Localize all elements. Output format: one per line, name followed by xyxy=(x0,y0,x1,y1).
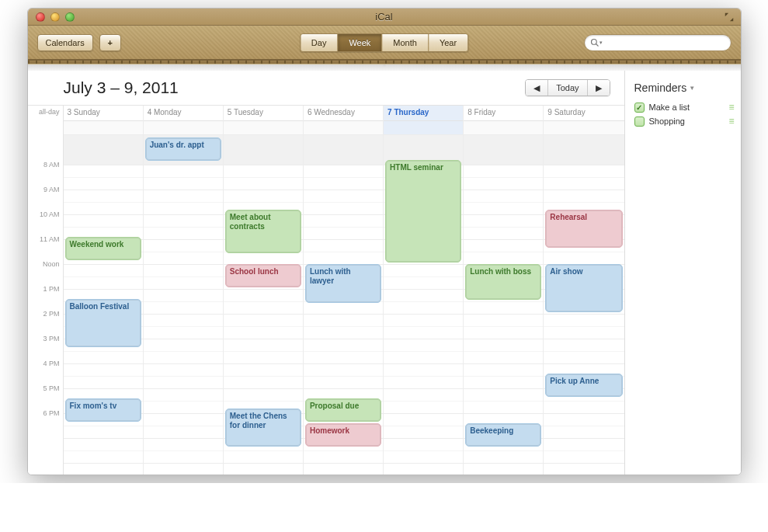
view-week[interactable]: Week xyxy=(338,34,382,51)
view-month[interactable]: Month xyxy=(382,34,429,51)
day-column[interactable]: 9 SaturdayRehearsalAir showPick up Anne xyxy=(544,106,624,475)
search-icon xyxy=(590,38,599,47)
time-label: 9 AM xyxy=(29,186,60,193)
time-label: Noon xyxy=(29,260,60,268)
reminder-item[interactable]: Shopping≡ xyxy=(634,114,733,128)
calendar-event[interactable]: Fix mom's tv xyxy=(65,398,141,422)
time-label: 3 PM xyxy=(29,335,60,342)
calendar-nav: ◀ Today ▶ xyxy=(525,79,610,96)
prev-button[interactable]: ◀ xyxy=(526,80,548,96)
calendars-button[interactable]: Calendars xyxy=(37,34,93,51)
allday-cell[interactable] xyxy=(224,121,303,135)
calendar-event[interactable]: Lunch with lawyer xyxy=(305,264,381,302)
content-area: July 3 – 9, 2011 ◀ Today ▶ all-day 8 AM9… xyxy=(28,71,741,475)
reminder-label: Shopping xyxy=(649,116,686,126)
calendar-event[interactable]: Lunch with boss xyxy=(465,264,541,300)
toolbar: Calendars + Day Week Month Year ▾ xyxy=(28,26,741,60)
calendar-event[interactable]: Homework xyxy=(305,423,381,447)
reminder-item[interactable]: ✓Make a list≡ xyxy=(634,100,733,114)
drag-grip-icon[interactable]: ≡ xyxy=(728,116,732,127)
calendar-event[interactable]: Proposal due xyxy=(305,398,381,422)
search-input[interactable] xyxy=(584,34,732,51)
calendar-event[interactable]: Weekend work xyxy=(65,237,141,260)
time-label: 1 PM xyxy=(29,285,60,293)
search-dropdown-icon[interactable]: ▾ xyxy=(599,40,603,46)
day-header: 9 Saturday xyxy=(544,106,624,121)
today-button[interactable]: Today xyxy=(548,80,587,96)
day-column[interactable]: 7 ThursdayHTML seminar xyxy=(384,106,464,475)
svg-point-0 xyxy=(591,39,596,44)
calendar-event[interactable]: Beekeeping xyxy=(465,423,541,447)
time-label: 2 PM xyxy=(29,310,60,318)
allday-cell[interactable] xyxy=(384,121,463,135)
date-range-label: July 3 – 9, 2011 xyxy=(64,78,179,97)
reminders-title-label: Reminders xyxy=(634,82,687,94)
reminders-list: ✓Make a list≡Shopping≡ xyxy=(634,100,733,128)
allday-cell[interactable] xyxy=(64,121,143,135)
days-container: 3 SundayWeekend workBalloon FestivalFix … xyxy=(64,106,624,475)
off-hours-shade xyxy=(304,135,383,165)
day-header: 5 Tuesday xyxy=(224,106,303,121)
app-window: iCal Calendars + Day Week Month Year ▾ xyxy=(27,8,742,475)
calendar-event[interactable]: School lunch xyxy=(225,264,301,287)
traffic-lights xyxy=(28,12,75,22)
reminders-panel: Reminders ▼ ✓Make a list≡Shopping≡ xyxy=(624,71,741,475)
close-icon[interactable] xyxy=(36,12,45,22)
calendar-event[interactable]: Juan's dr. appt xyxy=(145,137,221,161)
checkbox-icon[interactable]: ✓ xyxy=(634,103,645,113)
calendar-event[interactable]: Meet about contracts xyxy=(225,210,301,253)
time-label: 8 AM xyxy=(29,161,60,169)
calendar-area: July 3 – 9, 2011 ◀ Today ▶ all-day 8 AM9… xyxy=(28,71,624,475)
drag-grip-icon[interactable]: ≡ xyxy=(728,102,732,113)
title-bar: iCal xyxy=(28,9,741,26)
calendar-grid: all-day 8 AM9 AM10 AM11 AMNoon1 PM2 PM3 … xyxy=(28,105,624,475)
view-year[interactable]: Year xyxy=(429,34,467,51)
svg-line-1 xyxy=(596,43,598,46)
day-header: 4 Monday xyxy=(144,106,223,121)
day-header: 3 Sunday xyxy=(64,106,143,121)
calendar-event[interactable]: Pick up Anne xyxy=(545,374,622,397)
time-label: 6 PM xyxy=(29,409,60,417)
view-segmented-control: Day Week Month Year xyxy=(300,33,468,52)
fullscreen-icon[interactable] xyxy=(724,12,735,23)
calendar-event[interactable]: HTML seminar xyxy=(385,160,461,263)
zoom-icon[interactable] xyxy=(65,12,75,22)
calendar-event[interactable]: Rehearsal xyxy=(545,210,622,248)
time-label: 11 AM xyxy=(29,235,60,243)
allday-cell[interactable] xyxy=(544,121,624,135)
allday-label: all-day xyxy=(29,108,60,116)
off-hours-shade xyxy=(64,135,143,165)
chevron-down-icon: ▼ xyxy=(689,85,695,92)
time-label: 5 PM xyxy=(29,384,60,392)
time-label: 10 AM xyxy=(29,210,60,218)
time-column: all-day 8 AM9 AM10 AM11 AMNoon1 PM2 PM3 … xyxy=(28,106,64,475)
day-column[interactable]: 6 WednesdayLunch with lawyerProposal due… xyxy=(304,106,384,475)
calendar-event[interactable]: Air show xyxy=(545,264,622,312)
allday-cell[interactable] xyxy=(464,121,543,135)
off-hours-shade xyxy=(464,135,543,165)
day-header: 7 Thursday xyxy=(384,106,463,121)
calendar-event[interactable]: Balloon Festival xyxy=(65,299,141,347)
search-wrap: ▾ xyxy=(584,34,732,51)
allday-cell[interactable] xyxy=(304,121,383,135)
minimize-icon[interactable] xyxy=(50,12,60,22)
reminder-label: Make a list xyxy=(649,103,690,112)
window-title: iCal xyxy=(28,11,741,23)
checkbox-icon[interactable] xyxy=(634,116,645,127)
view-day[interactable]: Day xyxy=(301,34,339,51)
day-column[interactable]: 8 FridayLunch with bossBeekeeping xyxy=(464,106,544,475)
calendar-header: July 3 – 9, 2011 ◀ Today ▶ xyxy=(28,78,624,105)
time-label: 4 PM xyxy=(29,360,60,367)
calendar-event[interactable]: Meet the Chens for dinner xyxy=(225,409,301,447)
add-button[interactable]: + xyxy=(99,34,121,51)
allday-cell[interactable] xyxy=(144,121,223,135)
day-header: 6 Wednesday xyxy=(304,106,383,121)
day-header: 8 Friday xyxy=(464,106,543,121)
day-column[interactable]: 3 SundayWeekend workBalloon FestivalFix … xyxy=(64,106,144,475)
next-button[interactable]: ▶ xyxy=(588,80,610,96)
day-column[interactable]: 4 MondayJuan's dr. appt xyxy=(144,106,224,475)
reminders-title[interactable]: Reminders ▼ xyxy=(634,82,733,94)
day-column[interactable]: 5 TuesdayMeet about contractsSchool lunc… xyxy=(224,106,304,475)
paper-tear-decor xyxy=(28,64,741,71)
off-hours-shade xyxy=(544,135,624,165)
